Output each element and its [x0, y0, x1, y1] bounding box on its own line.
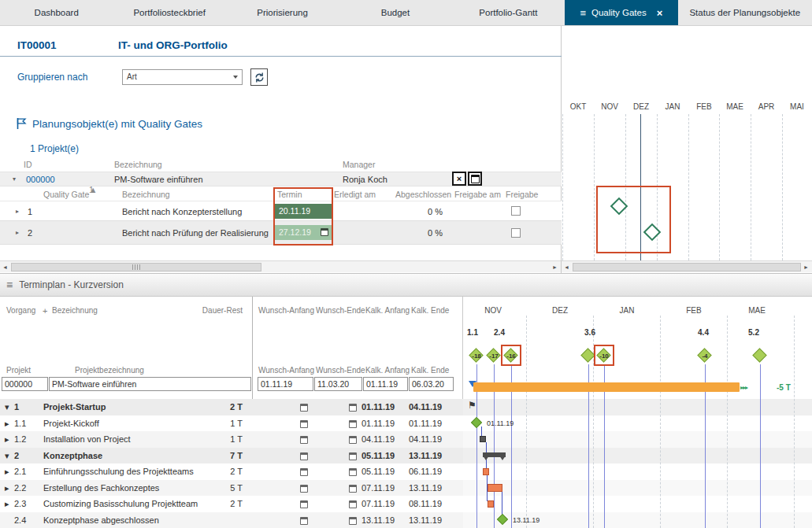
wunsch-ende-cell[interactable] — [311, 399, 357, 415]
task-row[interactable]: ▾2Konzeptphase7 T05.11.1913.11.19 — [0, 448, 463, 464]
kalk-anfang-cell[interactable]: 05.11.19 — [362, 448, 395, 464]
wunsch-anfang-cell[interactable] — [256, 431, 308, 448]
wunsch-ende-cell[interactable] — [311, 512, 357, 528]
wunsch-anfang-cell[interactable] — [256, 496, 308, 512]
task-number-link[interactable]: 2.2 — [14, 480, 26, 497]
col-erledigt-am[interactable]: Erledigt am — [334, 190, 376, 199]
project-id-link[interactable]: 000000 — [26, 172, 55, 186]
project-wunsch-anfang-cell[interactable]: 01.11.19 — [258, 377, 313, 391]
kalk-anfang-cell[interactable]: 07.11.19 — [362, 480, 395, 497]
freigabe-checkbox[interactable] — [511, 206, 521, 216]
tab-status-der-planungsobjekte[interactable]: Status der Planungsobjekte — [678, 0, 812, 25]
kalk-anfang-cell[interactable]: 13.11.19 — [362, 512, 395, 528]
kalk-anfang-cell[interactable]: 07.11.19 — [362, 496, 395, 512]
task-number-link[interactable]: 2 — [14, 448, 19, 464]
wunsch-ende-cell[interactable] — [311, 463, 357, 480]
wunsch-anfang-cell[interactable] — [256, 463, 308, 480]
group-by-select[interactable]: Art — [122, 69, 243, 85]
col-projekt[interactable]: Projekt — [6, 366, 31, 375]
collapse-icon[interactable]: ▾ — [5, 399, 9, 415]
task-number-link[interactable]: 2.3 — [14, 496, 26, 512]
tab-quality-gates[interactable]: ≡Quality Gates× — [565, 0, 677, 25]
wunsch-anfang-cell[interactable] — [256, 480, 308, 497]
kalk-anfang-cell[interactable]: 01.11.19 — [362, 415, 395, 432]
delete-button[interactable]: × — [452, 172, 466, 186]
kalk-anfang-cell[interactable]: 04.11.19 — [362, 431, 395, 448]
col-kalk-anfang[interactable]: Kalk. Anfang — [365, 366, 410, 375]
task-row[interactable]: ▸1.1Projekt-Kickoff1 T01.11.1901.11.19 — [0, 415, 463, 432]
collapse-icon[interactable]: ▾ — [5, 448, 9, 464]
col-kalk-ende[interactable]: Kalk. Ende — [411, 306, 449, 315]
col-kalk-anfang[interactable]: Kalk. Anfang — [365, 306, 410, 315]
col-vorgang[interactable]: Vorgang — [6, 306, 35, 315]
project-kalk-anfang-cell[interactable]: 01.11.19 — [363, 377, 408, 391]
task-row[interactable]: ▸2.3Customizing Basisschulung Projekttea… — [0, 496, 463, 512]
col-kalk-ende[interactable]: Kalk. Ende — [411, 366, 449, 375]
tab-portfoliosteckbrief[interactable]: Portfoliosteckbrief — [113, 0, 225, 25]
col-freigabe-am[interactable]: Freigabe am — [454, 190, 501, 199]
col-wunsch-ende[interactable]: Wunsch-Ende — [316, 366, 365, 375]
tab-priorisierung[interactable]: Priorisierung — [226, 0, 339, 25]
kalk-anfang-cell[interactable]: 01.11.19 — [362, 399, 395, 415]
freigabe-checkbox[interactable] — [511, 228, 521, 238]
expand-icon[interactable]: ▸ — [16, 221, 19, 245]
tab-portfolio-gantt[interactable]: Portfolio-Gantt — [452, 0, 565, 25]
col-bezeichnung[interactable]: Bezeichnung — [122, 190, 170, 199]
project-kalk-ende-cell[interactable]: 06.03.20 — [409, 377, 454, 391]
wunsch-ende-cell[interactable] — [311, 480, 357, 497]
task-row[interactable]: 2.4Konzeptphase abgeschlossen13.11.1913.… — [0, 512, 463, 528]
scrollbar-thumb[interactable] — [11, 263, 261, 271]
collapse-icon[interactable]: ▾ — [13, 172, 16, 186]
wunsch-anfang-cell[interactable] — [256, 448, 308, 464]
scroll-right-button[interactable]: ► — [803, 261, 809, 273]
task-row[interactable]: ▸1.2Installation von Project1 T04.11.190… — [0, 431, 463, 448]
task-row[interactable]: ▾1Projekt-Startup2 T01.11.1904.11.19 — [0, 399, 463, 415]
expand-icon[interactable]: ▸ — [5, 431, 9, 448]
col-wunsch-anfang[interactable]: Wunsch-Anfang — [258, 306, 314, 315]
scroll-right-button[interactable]: ► — [552, 261, 558, 273]
task-bar[interactable] — [483, 468, 489, 475]
gate-diamond[interactable] — [751, 347, 769, 364]
task-bar[interactable] — [488, 484, 502, 492]
expand-icon[interactable]: ▸ — [5, 480, 9, 497]
calendar-button[interactable] — [468, 172, 482, 186]
expand-icon[interactable]: ▸ — [5, 463, 9, 480]
col-dauer-rest[interactable]: Dauer-Rest — [197, 306, 243, 315]
tab-budget[interactable]: Budget — [339, 0, 451, 25]
kalk-anfang-cell[interactable]: 05.11.19 — [362, 463, 395, 480]
task-number-link[interactable]: 2.1 — [14, 463, 26, 480]
task-row[interactable]: ▸2.1Einführungsschulung des Projektteams… — [0, 463, 463, 480]
col-id[interactable]: ID — [24, 160, 32, 169]
gate-diamond[interactable]: -18 — [468, 347, 485, 364]
col-quality-gate[interactable]: Quality Gate — [43, 190, 89, 199]
tab-dashboard[interactable]: Dashboard — [0, 0, 113, 25]
task-number-link[interactable]: 2.4 — [14, 512, 26, 528]
task-number-link[interactable]: 1 — [14, 399, 19, 415]
add-column-icon[interactable]: + — [43, 306, 47, 316]
task-row[interactable]: ▸2.2Erstellung des Fachkonzeptes5 T07.11… — [0, 480, 463, 497]
col-abgeschlossen[interactable]: Abgeschlossen — [395, 190, 451, 199]
task-number-link[interactable]: 1.2 — [14, 431, 26, 448]
scrollbar-thumb[interactable] — [573, 263, 801, 271]
project-summary-bar[interactable] — [473, 382, 740, 392]
expand-icon[interactable]: ▸ — [5, 415, 9, 432]
horizontal-scrollbar[interactable]: ◄ ► — [562, 260, 812, 272]
refresh-button[interactable] — [250, 68, 268, 86]
scroll-left-button[interactable]: ◄ — [564, 261, 569, 273]
gate-diamond[interactable]: -17 — [485, 347, 502, 364]
expand-icon[interactable]: ▸ — [16, 201, 19, 222]
wunsch-anfang-cell[interactable] — [256, 399, 308, 415]
expand-icon[interactable]: ▸ — [5, 496, 9, 512]
project-id-cell[interactable]: 000000 — [2, 377, 48, 391]
wunsch-ende-cell[interactable] — [311, 496, 357, 512]
wunsch-ende-cell[interactable] — [311, 431, 357, 448]
col-bezeichnung[interactable]: Bezeichnung — [52, 306, 98, 315]
wunsch-ende-cell[interactable] — [311, 448, 357, 464]
scroll-left-button[interactable]: ◄ — [2, 261, 8, 273]
col-freigabe[interactable]: Freigabe — [506, 190, 538, 199]
col-wunsch-anfang[interactable]: Wunsch-Anfang — [258, 366, 314, 375]
menu-icon[interactable]: ≡ — [6, 279, 13, 291]
task-bar[interactable] — [480, 436, 486, 442]
col-bezeichnung[interactable]: Bezeichnung — [114, 160, 162, 169]
wunsch-anfang-cell[interactable] — [256, 415, 308, 432]
